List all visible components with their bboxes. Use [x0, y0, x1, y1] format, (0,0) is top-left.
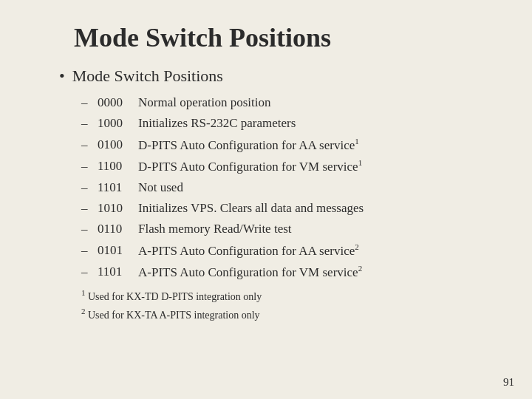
list-item: –1101A-PITS Auto Configuration for VM se… [81, 262, 495, 282]
switch-description: Initializes VPS. Clears all data and mes… [138, 199, 364, 218]
list-dash: – [81, 199, 98, 218]
footnote: 1 Used for KX-TD D-PITS integration only [81, 287, 495, 305]
list-dash: – [81, 93, 98, 112]
items-list: –0000Normal operation position–1000Initi… [81, 93, 495, 282]
list-dash: – [81, 157, 98, 176]
list-item: –1000Initializes RS-232C parameters [81, 114, 495, 133]
footnotes-container: 1 Used for KX-TD D-PITS integration only… [81, 287, 495, 324]
switch-description: A-PITS Auto Configuration for VM service… [138, 262, 362, 282]
switch-code: 0101 [98, 241, 138, 260]
list-dash: – [81, 135, 98, 154]
switch-code: 1101 [98, 178, 138, 197]
switch-code: 0100 [98, 135, 138, 154]
list-item: –0110Flash memory Read/Write test [81, 219, 495, 239]
switch-description: D-PITS Auto Configuration for AA service… [138, 135, 359, 155]
switch-code: 0000 [98, 93, 138, 112]
page-number: 91 [503, 376, 514, 389]
switch-description: Not used [138, 178, 183, 197]
list-item: –1100D-PITS Auto Configuration for VM se… [81, 157, 495, 177]
list-item: –0000Normal operation position [81, 93, 495, 112]
list-item: –0101A-PITS Auto Configuration for AA se… [81, 241, 495, 261]
switch-code: 1100 [98, 157, 138, 176]
footnote-number: 2 [81, 307, 86, 316]
list-item: –1010Initializes VPS. Clears all data an… [81, 199, 495, 218]
switch-description: D-PITS Auto Configuration for VM service… [138, 157, 362, 177]
list-dash: – [81, 262, 98, 282]
switch-code: 1000 [98, 114, 138, 133]
switch-code: 1010 [98, 199, 138, 218]
superscript: 2 [355, 242, 359, 251]
list-dash: – [81, 114, 98, 133]
switch-description: Initializes RS-232C parameters [138, 114, 296, 133]
list-item: –0100D-PITS Auto Configuration for AA se… [81, 135, 495, 155]
superscript: 2 [358, 264, 363, 273]
switch-code: 1101 [98, 262, 138, 282]
superscript: 1 [355, 137, 359, 146]
page: Mode Switch Positions Mode Switch Positi… [0, 0, 532, 399]
switch-description: A-PITS Auto Configuration for AA service… [138, 241, 359, 261]
list-item: –1101Not used [81, 178, 495, 197]
list-dash: – [81, 178, 98, 197]
switch-code: 0110 [98, 219, 138, 239]
superscript: 1 [358, 158, 363, 167]
bullet-header: Mode Switch Positions [59, 66, 495, 86]
switch-description: Flash memory Read/Write test [138, 219, 292, 239]
page-title: Mode Switch Positions [74, 22, 495, 53]
list-dash: – [81, 241, 98, 260]
footnote-number: 1 [81, 288, 86, 297]
list-dash: – [81, 219, 98, 239]
switch-description: Normal operation position [138, 93, 270, 112]
footnote: 2 Used for KX-TA A-PITS integration only [81, 305, 495, 324]
